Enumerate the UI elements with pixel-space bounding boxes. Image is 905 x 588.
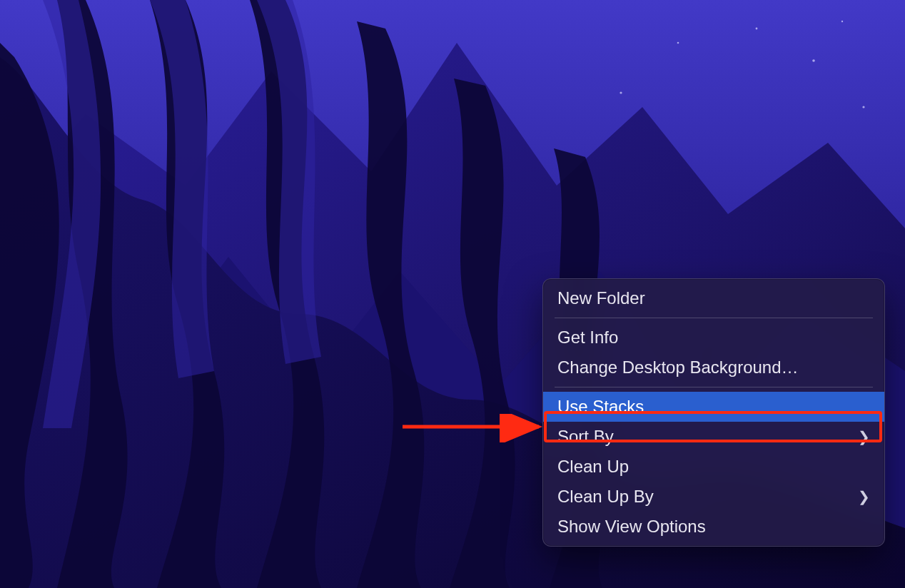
chevron-right-icon: ❯ (858, 428, 870, 445)
svg-point-3 (756, 28, 758, 30)
menu-item-label: Show View Options (557, 517, 706, 537)
menu-item-label: Clean Up (557, 457, 629, 477)
menu-item-show-view-options[interactable]: Show View Options (543, 512, 884, 542)
svg-point-2 (812, 59, 815, 62)
menu-item-change-desktop-background[interactable]: Change Desktop Background… (543, 353, 884, 382)
menu-item-label: Get Info (557, 328, 618, 348)
chevron-right-icon: ❯ (858, 488, 870, 505)
menu-separator (555, 318, 873, 318)
menu-item-get-info[interactable]: Get Info (543, 323, 884, 353)
menu-separator (555, 387, 873, 387)
menu-item-clean-up[interactable]: Clean Up (543, 452, 884, 482)
menu-item-label: Change Desktop Background… (557, 358, 799, 377)
menu-item-clean-up-by[interactable]: Clean Up By ❯ (543, 482, 884, 512)
menu-item-new-folder[interactable]: New Folder (543, 283, 884, 313)
menu-item-label: Sort By (557, 427, 614, 447)
svg-point-5 (677, 42, 679, 44)
menu-item-label: Use Stacks (557, 397, 644, 417)
menu-item-label: Clean Up By (557, 487, 654, 507)
svg-point-1 (620, 91, 622, 93)
svg-point-4 (862, 106, 864, 108)
menu-item-use-stacks[interactable]: Use Stacks (543, 392, 884, 422)
svg-point-6 (841, 21, 843, 22)
menu-item-sort-by[interactable]: Sort By ❯ (543, 422, 884, 452)
menu-item-label: New Folder (557, 288, 645, 308)
desktop-context-menu[interactable]: New Folder Get Info Change Desktop Backg… (542, 278, 885, 547)
